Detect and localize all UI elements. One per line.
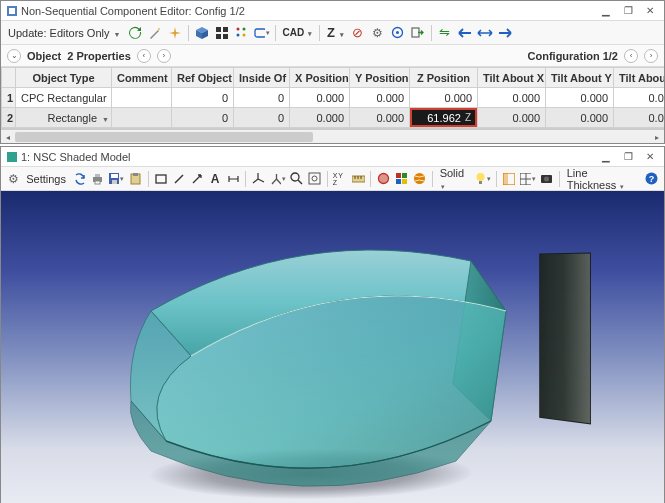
spark-icon[interactable] (166, 24, 184, 42)
arrow-tool-icon[interactable] (189, 170, 205, 188)
table-row[interactable]: 2Rectangle ▼000.0000.00061.962Z0.0000.00… (2, 108, 665, 128)
line-thickness-dropdown[interactable]: Line Thickness ▾ (564, 167, 642, 191)
bulb-icon[interactable]: ▾ (474, 170, 492, 188)
column-header[interactable]: Inside Of (234, 68, 290, 88)
expand-properties-button[interactable]: ⌄ (7, 49, 21, 63)
svg-rect-38 (503, 173, 508, 185)
camera-icon[interactable] (539, 170, 555, 188)
dimension-tool-icon[interactable] (225, 170, 241, 188)
cell-z[interactable]: 0.000 (410, 88, 478, 108)
solid-dropdown[interactable]: Solid ▾ (437, 167, 472, 191)
settings-gear-icon[interactable]: ⚙ (5, 170, 21, 188)
properties-nav-left[interactable]: ‹ (137, 49, 151, 63)
globe-icon[interactable] (412, 170, 428, 188)
properties-nav-right[interactable]: › (157, 49, 171, 63)
object-type-cell[interactable]: Rectangle ▼ (16, 108, 112, 128)
save-icon[interactable]: ▾ (107, 170, 125, 188)
column-header[interactable]: Tilt About Z (614, 68, 665, 88)
fan-off-icon[interactable] (375, 170, 391, 188)
svg-point-9 (236, 33, 239, 36)
print-icon[interactable] (89, 170, 105, 188)
viewer-close-button[interactable]: ✕ (642, 150, 658, 164)
cell-tz[interactable]: 0.000 (614, 88, 665, 108)
grid-icon[interactable] (213, 24, 231, 42)
cell-x[interactable]: 0.000 (290, 88, 350, 108)
cell-comment[interactable] (112, 88, 172, 108)
cell-y[interactable]: 0.000 (350, 108, 410, 128)
layout1-icon[interactable] (500, 170, 516, 188)
swap-icon[interactable]: ⇋ (436, 24, 454, 42)
layout2-icon[interactable]: ▾ (519, 170, 537, 188)
viewer-minimize-button[interactable]: ▁ (598, 150, 614, 164)
dots-icon[interactable] (233, 24, 251, 42)
gear-icon[interactable]: ⚙ (369, 24, 387, 42)
horizontal-scrollbar[interactable]: ◂ ▸ (1, 129, 664, 143)
render-viewport[interactable] (1, 191, 664, 503)
row-number[interactable]: 1 (2, 88, 16, 108)
column-header[interactable]: Y Position (350, 68, 410, 88)
shape-icon[interactable]: ▾ (253, 24, 271, 42)
scroll-right-button[interactable]: ▸ (650, 130, 664, 144)
cell-tx[interactable]: 0.000 (478, 88, 546, 108)
fit-icon[interactable] (307, 170, 323, 188)
cube-icon[interactable] (193, 24, 211, 42)
arrow-both-icon[interactable] (476, 24, 494, 42)
svg-rect-15 (7, 152, 17, 162)
tripod-icon[interactable]: ▾ (269, 170, 287, 188)
svg-rect-20 (111, 174, 118, 178)
rect-tool-icon[interactable] (152, 170, 168, 188)
cell-ref[interactable]: 0 (172, 88, 234, 108)
z-dropdown[interactable]: Z ▾ (324, 25, 347, 40)
exit-icon[interactable] (409, 24, 427, 42)
cell-comment[interactable] (112, 108, 172, 128)
xyz-icon[interactable]: X Y Z (332, 170, 348, 188)
column-header[interactable]: Z Position (410, 68, 478, 88)
cell-inside[interactable]: 0 (234, 108, 290, 128)
cell-inside[interactable]: 0 (234, 88, 290, 108)
scroll-left-button[interactable]: ◂ (1, 130, 15, 144)
cell-x[interactable]: 0.000 (290, 108, 350, 128)
line-tool-icon[interactable] (171, 170, 187, 188)
column-header[interactable]: Object Type (16, 68, 112, 88)
row-number[interactable]: 2 (2, 108, 16, 128)
column-header[interactable]: X Position (290, 68, 350, 88)
zoom-icon[interactable] (289, 170, 305, 188)
cad-dropdown[interactable]: CAD ▾ (280, 27, 315, 38)
column-header[interactable]: Ref Object (172, 68, 234, 88)
svg-rect-1 (9, 8, 15, 14)
cell-tz[interactable]: 0.000 (614, 108, 665, 128)
column-header[interactable]: Tilt About X (478, 68, 546, 88)
minimize-button[interactable]: ▁ (598, 4, 614, 18)
settings-button[interactable]: Settings (23, 173, 69, 185)
arrow-right-icon[interactable] (496, 24, 514, 42)
cell-z[interactable]: 61.962Z (410, 108, 478, 128)
viewer-restore-button[interactable]: ❐ (620, 150, 636, 164)
editor-titlebar: Non-Sequential Component Editor: Config … (1, 1, 664, 21)
object-type-cell[interactable]: CPC Rectangular ▼ (16, 88, 112, 108)
sync-icon[interactable] (71, 170, 87, 188)
axes-icon[interactable] (250, 170, 266, 188)
help-icon[interactable]: ? (644, 170, 660, 188)
cell-ty[interactable]: 0.000 (546, 108, 614, 128)
refresh-icon[interactable] (126, 24, 144, 42)
cell-y[interactable]: 0.000 (350, 88, 410, 108)
column-header[interactable]: Comment (112, 68, 172, 88)
close-button[interactable]: ✕ (642, 4, 658, 18)
cell-tx[interactable]: 0.000 (478, 108, 546, 128)
restore-button[interactable]: ❐ (620, 4, 636, 18)
ruler-icon[interactable] (350, 170, 366, 188)
wand-icon[interactable] (146, 24, 164, 42)
column-header[interactable]: Tilt About Y (546, 68, 614, 88)
table-row[interactable]: 1CPC Rectangular ▼000.0000.0000.0000.000… (2, 88, 665, 108)
cell-ty[interactable]: 0.000 (546, 88, 614, 108)
clipboard-icon[interactable] (127, 170, 143, 188)
arrow-left-icon[interactable] (456, 24, 474, 42)
config-nav-right[interactable]: › (644, 49, 658, 63)
config-nav-left[interactable]: ‹ (624, 49, 638, 63)
update-mode-dropdown[interactable]: Update: Editors Only ▼ (5, 27, 124, 39)
color-icon[interactable] (393, 170, 409, 188)
cell-ref[interactable]: 0 (172, 108, 234, 128)
nosign-icon[interactable]: ⊘ (349, 24, 367, 42)
text-tool-icon[interactable]: A (207, 170, 223, 188)
target-icon[interactable] (389, 24, 407, 42)
